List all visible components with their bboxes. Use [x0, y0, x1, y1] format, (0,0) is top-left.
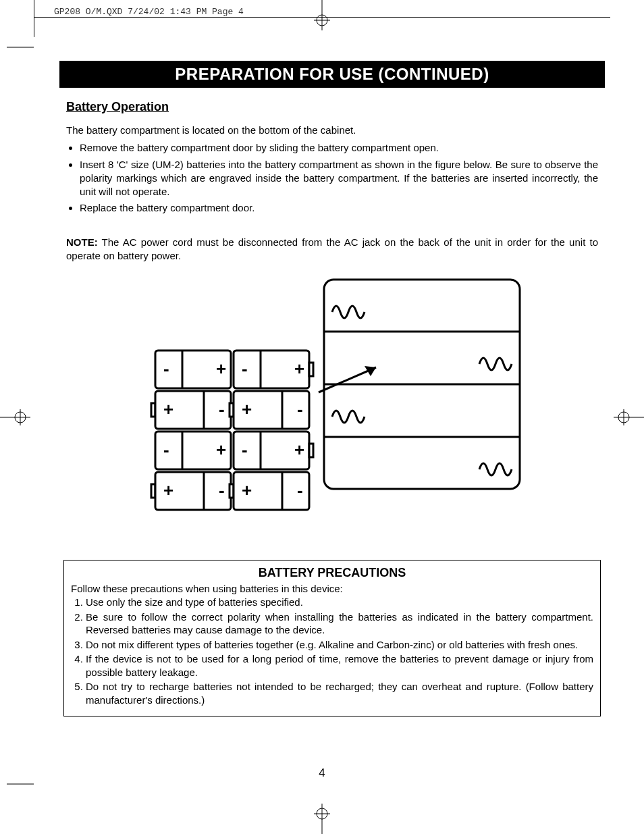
svg-text:+: +: [242, 480, 252, 500]
list-item: Insert 8 'C' size (UM-2) batteries into …: [80, 158, 598, 199]
svg-text:-: -: [242, 359, 248, 379]
note-body: The AC power cord must be disconnected f…: [66, 236, 598, 261]
svg-text:+: +: [163, 480, 173, 500]
content-area: PREPARATION FOR USE (CONTINUED) Battery …: [59, 61, 605, 793]
svg-text:+: +: [294, 359, 304, 379]
registration-mark-bottom-icon: [312, 804, 332, 834]
registration-mark-left-icon: [0, 407, 30, 427]
svg-text:+: +: [242, 399, 252, 419]
list-item: Use only the size and type of batteries …: [86, 596, 593, 609]
svg-text:-: -: [163, 440, 169, 460]
battery-diagram: - + - + + -: [143, 276, 521, 533]
list-item: Do not try to recharge batteries not int…: [86, 680, 593, 706]
document-page: GP208 O/M.QXD 7/24/02 1:43 PM Page 4 PRE…: [0, 0, 644, 834]
list-item: Remove the battery compartment door by s…: [80, 141, 598, 155]
header-rule-vertical: [34, 0, 34, 37]
svg-text:+: +: [216, 359, 226, 379]
precautions-intro: Follow these precautions when using batt…: [71, 583, 593, 594]
registration-mark-right-icon: [614, 407, 644, 427]
svg-text:+: +: [163, 399, 173, 419]
svg-text:+: +: [216, 440, 226, 460]
precautions-box: BATTERY PRECAUTIONS Follow these precaut…: [63, 560, 601, 716]
print-job-header: GP208 O/M.QXD 7/24/02 1:43 PM Page 4: [54, 7, 244, 17]
page-title-bar: PREPARATION FOR USE (CONTINUED): [59, 61, 605, 88]
note-text: NOTE: The AC power cord must be disconne…: [66, 236, 598, 263]
list-item: Be sure to follow the correct polarity w…: [86, 610, 593, 637]
svg-text:-: -: [297, 480, 303, 500]
precautions-list: Use only the size and type of batteries …: [71, 596, 593, 706]
svg-text:-: -: [219, 480, 225, 500]
svg-text:-: -: [297, 399, 303, 419]
instruction-list: Remove the battery compartment door by s…: [66, 141, 598, 215]
crop-mark-top-left-icon: [7, 37, 34, 60]
list-item: Do not mix different types of batteries …: [86, 638, 593, 652]
page-number: 4: [319, 766, 325, 780]
svg-text:-: -: [219, 399, 225, 419]
section-heading: Battery Operation: [66, 100, 605, 114]
svg-text:+: +: [294, 440, 304, 460]
list-item: If the device is not to be used for a lo…: [86, 652, 593, 679]
list-item: Replace the battery compartment door.: [80, 201, 598, 215]
svg-text:-: -: [163, 359, 169, 379]
crop-mark-bottom-left-icon: [7, 774, 34, 797]
svg-text:-: -: [242, 440, 248, 460]
intro-text: The battery compartment is located on th…: [66, 124, 598, 137]
note-label: NOTE:: [66, 236, 98, 248]
precautions-title: BATTERY PRECAUTIONS: [71, 566, 593, 580]
registration-mark-top-icon: [312, 0, 332, 30]
